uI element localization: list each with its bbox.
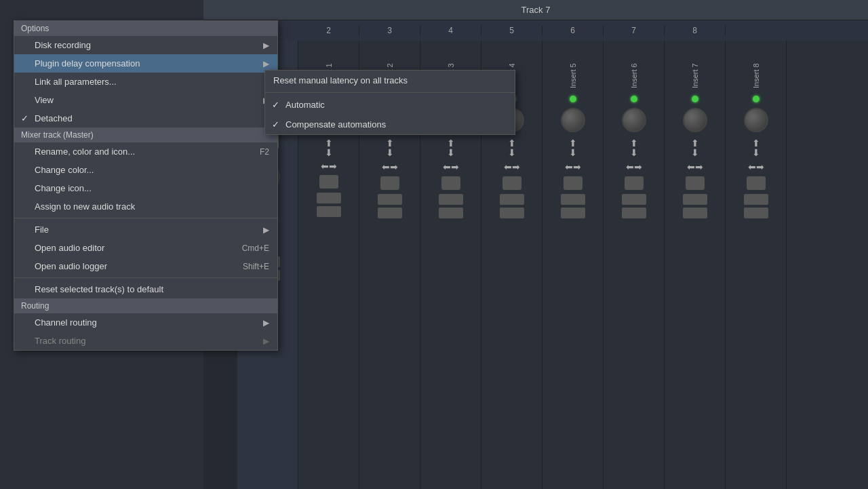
insert5-btn1[interactable] [561,194,585,205]
insert3-btn2[interactable] [439,208,463,218]
menu-item-file[interactable]: File ▶ [14,220,277,239]
menu-item-change-icon[interactable]: Change icon... [14,179,277,197]
menu-item-track-routing[interactable]: Track routing ▶ [14,332,277,350]
insert8-fader[interactable] [747,176,766,190]
menu-item-assign-audio[interactable]: Assign to new audio track [14,197,277,216]
menu-item-view[interactable]: View ▶ [14,91,277,109]
automatic-check: ✓ [272,100,279,110]
mixer-channel-insert8[interactable]: Insert 8 ⬆⬇ ⬅➡ [726,41,787,489]
insert1-horiz-arrows: ⬅➡ [321,161,337,171]
insert5-label: Insert 5 [569,47,577,88]
insert7-label: Insert 7 [691,47,699,88]
insert6-knob[interactable] [622,108,646,132]
plugin-delay-arrow: ▶ [263,59,269,69]
menu-item-rename[interactable]: Rename, color and icon... F2 [14,142,277,161]
plugin-delay-label: Plugin delay compensation [35,58,140,69]
insert6-horiz-arrows: ⬅➡ [626,161,642,172]
insert2-btn1[interactable] [378,194,402,205]
insert7-btn1[interactable] [683,194,707,205]
link-all-label: Link all parameters... [35,77,117,87]
menu-section-mixer: Mixer track (Master) [14,128,277,142]
disk-recording-label: Disk recording [35,40,91,50]
insert8-btn1[interactable] [744,194,768,205]
insert3-btn1[interactable] [439,194,463,205]
menu-item-reset-default[interactable]: Reset selected track(s) to default [14,280,277,298]
menu-item-open-audio-logger[interactable]: Open audio logger Shift+E [14,257,277,275]
detached-check: ✓ [21,113,28,123]
track-header: Track 7 [203,0,868,20]
insert7-led[interactable] [692,96,698,102]
insert4-fader[interactable] [502,176,521,190]
rename-label: Rename, color and icon... [35,146,135,157]
mixer-channel-insert7[interactable]: Insert 7 ⬆⬇ ⬅➡ [665,41,726,489]
insert5-btn2[interactable] [561,208,585,218]
insert7-btn2[interactable] [683,208,707,218]
insert1-btn1[interactable] [317,193,341,203]
reset-latency-label: Reset manual latency on all tracks [273,75,408,85]
insert3-fader[interactable] [441,176,460,190]
insert8-label: Insert 8 [752,47,760,88]
insert5-led[interactable] [570,96,576,102]
change-color-label: Change color... [35,165,94,175]
insert6-vert-arrows: ⬆⬇ [630,138,638,157]
channel-num-6: 6 [542,26,604,35]
track-routing-label: Track routing [35,336,85,346]
track-title: Track 7 [521,5,551,15]
insert7-fader[interactable] [686,176,705,190]
insert2-vert-arrows: ⬆⬇ [386,138,394,157]
insert5-knob[interactable] [561,108,585,132]
insert5-fader[interactable] [564,176,583,190]
channel-routing-arrow: ▶ [263,318,269,328]
menu-item-plugin-delay[interactable]: Plugin delay compensation ▶ [14,54,277,73]
mixer-channel-insert5[interactable]: Insert 5 ⬆⬇ ⬅➡ [542,41,604,489]
insert4-btn1[interactable] [500,194,524,205]
insert6-btn1[interactable] [622,194,646,205]
rename-shortcut: F2 [260,147,269,157]
submenu-item-reset-latency[interactable]: Reset manual latency on all tracks [265,71,515,90]
insert1-vert-arrows: ⬆⬇ [325,138,333,157]
menu-item-disk-recording[interactable]: Disk recording ▶ [14,36,277,54]
submenu-item-automatic[interactable]: ✓ Automatic [265,95,515,115]
insert4-btn2[interactable] [500,208,524,218]
submenu-plugin-delay: Reset manual latency on all tracks ✓ Aut… [264,70,515,135]
insert7-vert-arrows: ⬆⬇ [691,138,699,157]
channel-num-4: 4 [420,26,481,35]
menu-item-open-audio-editor[interactable]: Open audio editor Cmd+E [14,239,277,257]
insert7-knob[interactable] [683,108,707,132]
insert6-led[interactable] [631,96,637,102]
insert8-horiz-arrows: ⬅➡ [748,161,764,172]
assign-audio-label: Assign to new audio track [35,201,135,212]
insert6-btn2[interactable] [622,208,646,218]
open-audio-editor-shortcut: Cmd+E [242,243,269,253]
insert2-horiz-arrows: ⬅➡ [382,161,398,172]
mixer-numbers-row: 2 3 4 5 6 7 8 [203,20,868,41]
menu-item-link-all[interactable]: Link all parameters... [14,73,277,91]
mixer-channel-insert6[interactable]: Insert 6 ⬆⬇ ⬅➡ [604,41,665,489]
menu-item-channel-routing[interactable]: Channel routing ▶ [14,313,277,332]
insert1-fader[interactable] [319,175,338,189]
insert7-horiz-arrows: ⬅➡ [687,161,703,172]
detached-label: Detached [35,113,73,123]
file-arrow: ▶ [263,225,269,235]
open-audio-editor-label: Open audio editor [35,243,104,253]
insert2-fader[interactable] [380,176,399,190]
menu-item-detached[interactable]: ✓ Detached [14,109,277,128]
insert1-btn2[interactable] [317,206,341,217]
menu-section-routing: Routing [14,298,277,313]
channel-num-3: 3 [359,26,420,35]
insert2-btn2[interactable] [378,208,402,218]
insert8-btn2[interactable] [744,208,768,218]
insert3-horiz-arrows: ⬅➡ [443,161,459,172]
menu-item-change-color[interactable]: Change color... [14,161,277,179]
open-audio-logger-label: Open audio logger [35,261,107,271]
insert8-led[interactable] [753,96,760,102]
reset-default-label: Reset selected track(s) to default [35,284,163,294]
channel-routing-label: Channel routing [35,317,97,328]
change-icon-label: Change icon... [35,183,92,193]
automatic-label: Automatic [285,100,325,110]
open-audio-logger-shortcut: Shift+E [243,262,269,271]
insert8-knob[interactable] [744,108,768,132]
submenu-item-compensate[interactable]: ✓ Compensate automations [265,115,515,134]
insert6-fader[interactable] [625,176,644,190]
disk-recording-arrow: ▶ [263,41,269,50]
